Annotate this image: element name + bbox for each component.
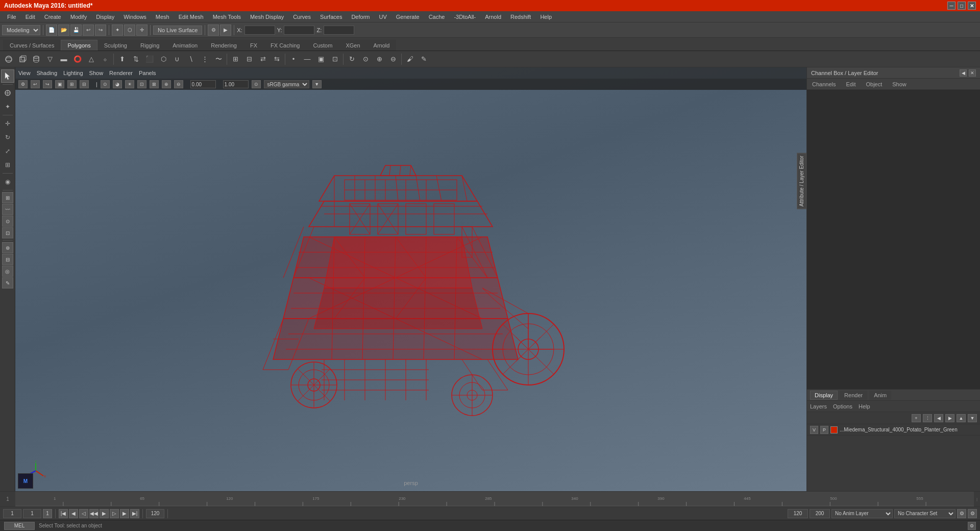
anim-max-input[interactable] xyxy=(810,509,830,518)
snap-point-btn[interactable]: ⊙ xyxy=(2,215,13,227)
combine-btn[interactable]: ⊞ xyxy=(229,53,242,66)
sel-constraints-btn[interactable]: ⊟ xyxy=(2,254,13,265)
subdivide-btn[interactable]: ⋮ xyxy=(198,53,211,66)
snap-view-btn[interactable]: ⊡ xyxy=(2,227,13,238)
sculpt2-btn[interactable]: ✎ xyxy=(2,277,13,288)
render-button[interactable]: ▶ xyxy=(220,25,231,36)
menu-meshtools[interactable]: Mesh Tools xyxy=(209,13,245,21)
gamma-btn-5[interactable]: ⊞ xyxy=(67,80,77,88)
viewport-menu-view[interactable]: View xyxy=(18,70,31,76)
menu-display[interactable]: Display xyxy=(92,13,118,21)
gamma-btn-2[interactable]: ↩ xyxy=(31,80,40,88)
restore-button[interactable]: □ xyxy=(958,2,966,10)
layer-up-btn[interactable]: ▲ xyxy=(957,414,966,422)
disp-tab-display[interactable]: Display xyxy=(810,391,838,400)
lasso-select-button[interactable]: ⬡ xyxy=(124,25,135,36)
paint-sel-left-btn[interactable] xyxy=(1,86,14,100)
gamma-btn-6[interactable]: ⊟ xyxy=(80,80,89,88)
tab-sculpting[interactable]: Sculpting xyxy=(97,40,134,51)
pyramid-icon-btn[interactable]: ⬦ xyxy=(99,53,112,66)
viewport-menu-show[interactable]: Show xyxy=(89,70,104,76)
sculpt-btn[interactable]: ✎ xyxy=(417,53,430,66)
status-icon-btn[interactable]: ⚙ xyxy=(968,522,976,530)
shading-icon-btn[interactable]: ◕ xyxy=(113,80,122,88)
layer-down-btn[interactable]: ▼ xyxy=(968,414,977,422)
smooth-btn[interactable]: 〜 xyxy=(212,53,225,66)
cb-tab-channels[interactable]: Channels xyxy=(810,80,838,88)
gamma-btn-1[interactable]: ⚙ xyxy=(18,80,28,88)
menu-file[interactable]: File xyxy=(3,13,20,21)
grow-select-btn[interactable]: ⊕ xyxy=(373,53,386,66)
layer-arrow-right[interactable]: ▶ xyxy=(945,414,954,422)
loop-select-btn[interactable]: ↻ xyxy=(345,53,358,66)
xray-icon-btn[interactable]: ⊠ xyxy=(150,80,159,88)
layer-playback-btn[interactable]: P xyxy=(820,426,828,434)
history-btn[interactable]: ⊛ xyxy=(2,242,13,253)
current-frame-input[interactable] xyxy=(23,509,41,518)
tab-rigging[interactable]: Rigging xyxy=(134,40,166,51)
prev-key-btn[interactable]: ◁ xyxy=(79,509,88,518)
prism-icon-btn[interactable]: △ xyxy=(85,53,98,66)
layer-options-btn[interactable]: ⋮ xyxy=(923,414,932,422)
soft-mod-btn[interactable]: ◎ xyxy=(2,266,13,277)
fill-hole-icon-btn[interactable]: ⬛ xyxy=(143,53,156,66)
shrink-select-btn[interactable]: ⊖ xyxy=(386,53,400,66)
tab-xgen[interactable]: XGen xyxy=(339,40,366,51)
no-live-surface-button[interactable]: No Live Surface xyxy=(153,26,202,35)
disp-tab-anim[interactable]: Anim xyxy=(869,391,891,400)
bridge-icon-btn[interactable]: ⇅ xyxy=(129,53,142,66)
layer-visibility-btn[interactable]: V xyxy=(810,426,818,434)
cone-icon-btn[interactable]: ▽ xyxy=(43,53,57,66)
plane-icon-btn[interactable]: ▬ xyxy=(57,53,70,66)
color-profile-select[interactable]: sRGB gamma xyxy=(264,80,309,88)
rotate-left-btn[interactable]: ↻ xyxy=(1,131,14,144)
frame-tick-display[interactable]: 1 xyxy=(43,509,52,518)
viewport-menu-panels[interactable]: Panels xyxy=(139,70,156,76)
layer-add-btn[interactable]: + xyxy=(912,414,921,422)
disp-sub-help[interactable]: Help xyxy=(859,403,870,409)
viewport-menu-renderer[interactable]: Renderer xyxy=(109,70,133,76)
ring-select-btn[interactable]: ⊙ xyxy=(359,53,372,66)
hide-icon-btn[interactable]: ⊖ xyxy=(174,80,183,88)
render-settings-button[interactable]: ⚙ xyxy=(208,25,219,36)
cb-tab-edit[interactable]: Edit xyxy=(844,80,857,88)
end-frame-input[interactable] xyxy=(146,509,164,518)
goto-start-btn[interactable]: |◀ xyxy=(59,509,68,518)
edge-mode-btn[interactable]: — xyxy=(301,53,314,66)
undo-button[interactable]: ↩ xyxy=(83,25,94,36)
extrude-icon-btn[interactable]: ⬆ xyxy=(115,53,129,66)
menu-curves[interactable]: Curves xyxy=(289,13,315,21)
separate-btn[interactable]: ⊟ xyxy=(242,53,256,66)
torus-icon-btn[interactable]: ⭕ xyxy=(71,53,84,66)
anim-layer-select[interactable]: No Anim Layer xyxy=(831,509,893,518)
bevel-icon-btn[interactable]: ⬡ xyxy=(157,53,170,66)
move-left-btn[interactable]: ✛ xyxy=(1,117,14,130)
menu-edit[interactable]: Edit xyxy=(21,13,39,21)
mirror-btn[interactable]: ⇄ xyxy=(256,53,270,66)
menu-create[interactable]: Create xyxy=(40,13,65,21)
gamma-btn-3[interactable]: ↪ xyxy=(43,80,52,88)
lasso-left-btn[interactable]: ✦ xyxy=(1,100,14,113)
menu-surfaces[interactable]: Surfaces xyxy=(316,13,346,21)
tab-animation[interactable]: Animation xyxy=(166,40,204,51)
mirror2-btn[interactable]: ⇆ xyxy=(270,53,283,66)
cb-tab-show[interactable]: Show xyxy=(890,80,909,88)
tab-fx-caching[interactable]: FX Caching xyxy=(264,40,306,51)
attribute-editor-tab[interactable]: Attribute / Layer Editor xyxy=(797,153,806,209)
minimize-button[interactable]: ─ xyxy=(947,2,955,10)
menu-cache[interactable]: Cache xyxy=(425,13,449,21)
menu-editmesh[interactable]: Edit Mesh xyxy=(175,13,208,21)
layer-color-swatch[interactable] xyxy=(830,426,838,433)
next-key-btn[interactable]: ▷ xyxy=(110,509,119,518)
vertex-mode-btn[interactable]: • xyxy=(287,53,300,66)
menu-generate[interactable]: Generate xyxy=(392,13,424,21)
camera-icon-btn[interactable]: ⊙ xyxy=(101,80,110,88)
mel-python-toggle[interactable]: MEL xyxy=(4,522,35,530)
uvshell-mode-btn[interactable]: ⊡ xyxy=(328,53,341,66)
boolean-union-btn[interactable]: ∪ xyxy=(170,53,184,66)
next-frame-btn[interactable]: ▶ xyxy=(120,509,129,518)
goto-end-btn[interactable]: ▶| xyxy=(130,509,139,518)
main-viewport[interactable]: View Shading Lighting Show Renderer Pane… xyxy=(15,67,806,491)
prev-frame-btn[interactable]: ◀ xyxy=(69,509,78,518)
gamma-scale-input[interactable] xyxy=(223,80,249,88)
